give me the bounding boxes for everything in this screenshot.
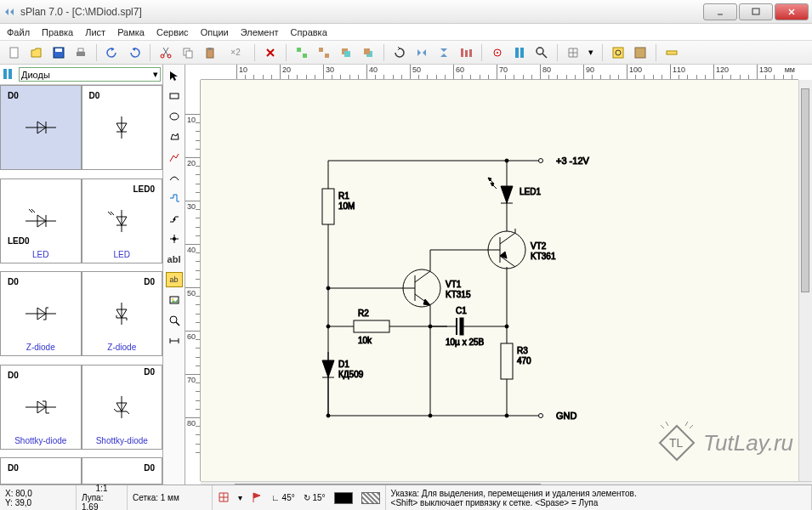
delete-button[interactable] [261,43,280,62]
lib-item[interactable]: D0 [82,457,163,484]
color-box[interactable] [334,492,353,504]
menu-service[interactable]: Сервис [156,27,189,37]
line-tool[interactable] [166,150,183,165]
svg-rect-103 [501,343,513,379]
svg-text:VT2: VT2 [531,241,547,251]
rect-tool[interactable] [166,88,183,104]
lib-item[interactable]: D0Shottky-diode [82,365,163,450]
svg-text:470: 470 [517,356,531,366]
redo-button[interactable] [125,43,144,62]
tool-palette: abI ab [163,65,185,510]
svg-rect-22 [465,50,468,57]
chevron-down-icon: ▾ [153,69,158,80]
svg-rect-15 [319,48,323,52]
lib-item[interactable]: D0 [0,85,82,170]
save-button[interactable] [49,43,68,62]
svg-rect-12 [208,48,212,50]
svg-text:KT361: KT361 [531,252,556,261]
svg-point-119 [429,414,432,417]
image-tool[interactable] [166,292,183,308]
snap-icon[interactable]: ▾ [238,493,242,502]
svg-rect-4 [55,48,62,52]
minimize-button[interactable] [703,3,737,20]
menu-help[interactable]: Справка [291,27,327,37]
menu-file[interactable]: Файл [7,27,30,37]
close-button[interactable] [775,3,809,20]
menu-element[interactable]: Элемент [241,27,279,37]
lib-item[interactable]: D0Shottky-diode [0,365,82,450]
lib-item[interactable]: D0 [0,457,82,484]
library-button[interactable] [510,43,529,62]
canvas[interactable]: +3 -12V GND R1 10M [201,80,798,481]
mirror-v-button[interactable] [434,43,453,62]
maximize-button[interactable] [739,3,773,20]
svg-text:+3 -12V: +3 -12V [556,156,589,166]
ungroup-button[interactable] [315,43,333,62]
dropdown-icon[interactable]: ▾ [586,43,596,62]
poly-tool[interactable] [166,129,183,144]
svg-line-84 [415,271,430,282]
duplicate-button[interactable]: ×2 [223,43,248,62]
new-file-button[interactable] [5,43,24,62]
lib-item[interactable]: D0Z-diode [0,271,82,356]
cut-button[interactable] [156,43,175,62]
textbox-tool[interactable]: ab [166,272,183,287]
junction-tool[interactable] [166,211,183,226]
copy-button[interactable] [179,43,197,62]
wire-tool[interactable] [166,190,183,206]
group-button[interactable] [292,43,311,62]
svg-rect-1 [752,8,759,14]
svg-text:C1: C1 [456,306,467,315]
svg-point-53 [173,237,176,241]
flag-icon[interactable] [251,491,263,505]
paste-button[interactable] [201,43,219,62]
snap-button[interactable] [488,43,507,62]
measure-button[interactable] [662,43,681,62]
align-button[interactable] [457,43,475,62]
node-tool[interactable] [166,231,183,246]
lib-item[interactable]: D0Z-diode [82,271,163,356]
lib-item[interactable]: LED0LED [82,178,163,264]
zoom-tool[interactable] [166,313,183,328]
open-button[interactable] [27,43,46,62]
menu-sheet[interactable]: Лист [85,27,105,37]
zoom-sel-button[interactable] [631,43,650,62]
svg-point-120 [429,325,432,328]
angle45[interactable]: ∟ 45° [271,493,295,502]
scrollbar-v[interactable] [798,80,812,481]
app-icon [3,5,17,19]
svg-text:LED1: LED1 [520,187,541,196]
svg-text:GND: GND [556,411,577,421]
menu-options[interactable]: Опции [201,27,229,37]
svg-text:R1: R1 [338,191,349,201]
grid-button[interactable] [564,43,582,62]
rotate-button[interactable] [390,43,409,62]
zoom-fit-button[interactable] [609,43,627,62]
angle15[interactable]: ↻ 15° [304,493,326,502]
grid-icon[interactable] [218,491,230,505]
bezier-tool[interactable] [166,170,183,185]
svg-rect-33 [667,51,677,54]
search-button[interactable] [532,43,551,62]
mirror-h-button[interactable] [412,43,431,62]
style-box[interactable] [361,492,380,504]
svg-rect-27 [520,48,524,58]
lib-item[interactable]: D0 [82,85,163,170]
menu-frame[interactable]: Рамка [117,27,145,37]
svg-rect-5 [77,52,85,56]
back-button[interactable] [359,43,378,62]
text-tool[interactable]: abI [166,252,183,267]
lib-item[interactable]: LED0LED [0,178,82,264]
svg-text:10µ x 25B: 10µ x 25B [446,337,485,347]
undo-button[interactable] [103,43,122,62]
circle-tool[interactable] [166,109,183,124]
menu-edit[interactable]: Правка [42,27,73,37]
pointer-tool[interactable] [166,68,183,83]
dimension-tool[interactable] [166,333,183,348]
svg-rect-35 [9,69,12,79]
library-select[interactable]: Диоды ▾ [19,67,161,82]
print-button[interactable] [71,43,90,62]
front-button[interactable] [337,43,355,62]
library-icon[interactable] [2,67,15,82]
svg-text:10M: 10M [338,201,355,211]
